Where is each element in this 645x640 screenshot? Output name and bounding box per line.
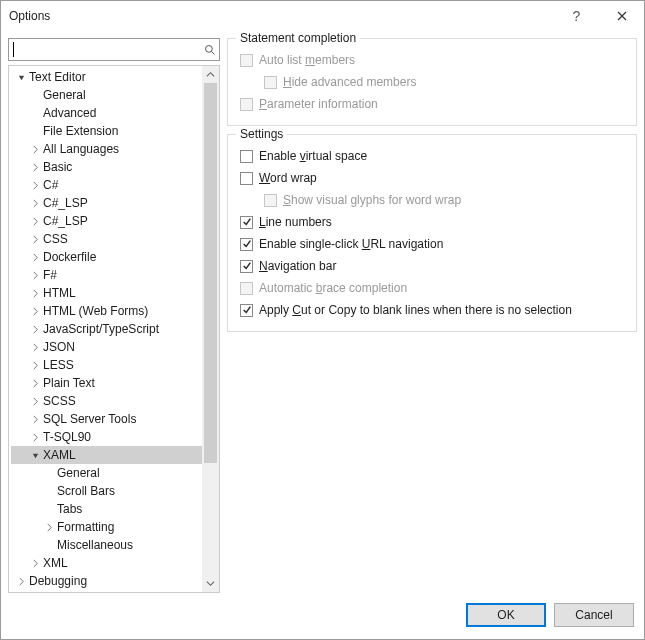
chevron-right-icon[interactable] [29, 359, 41, 371]
checkbox-row: Show visual glyphs for word wrap [240, 189, 624, 211]
tree-item[interactable]: LESS [11, 356, 202, 374]
checkbox [240, 54, 253, 67]
chevron-right-icon[interactable] [29, 197, 41, 209]
tree-item[interactable]: SCSS [11, 392, 202, 410]
close-button[interactable] [599, 1, 644, 31]
checkbox-row: Auto list members [240, 49, 624, 71]
tree-item[interactable]: XAML [11, 446, 202, 464]
scroll-down-button[interactable] [202, 575, 219, 592]
tree-item[interactable]: Scroll Bars [11, 482, 202, 500]
tree-item-label: Scroll Bars [57, 484, 115, 498]
chevron-right-icon[interactable] [15, 575, 27, 587]
tree-item-label: Basic [43, 160, 72, 174]
chevron-down-icon[interactable] [29, 449, 41, 461]
checkbox[interactable] [240, 216, 253, 229]
chevron-down-icon[interactable] [15, 71, 27, 83]
tree-item-label: Advanced [43, 106, 96, 120]
chevron-right-icon[interactable] [29, 179, 41, 191]
tree-item[interactable]: Tabs [11, 500, 202, 518]
chevron-right-icon[interactable] [29, 161, 41, 173]
chevron-right-icon[interactable] [29, 377, 41, 389]
tree-item[interactable]: File Extension [11, 122, 202, 140]
chevron-right-icon[interactable] [29, 269, 41, 281]
chevron-right-icon[interactable] [29, 395, 41, 407]
cancel-button[interactable]: Cancel [554, 603, 634, 627]
checkbox-row[interactable]: Enable virtual space [240, 145, 624, 167]
checkbox-row[interactable]: Enable single-click URL navigation [240, 233, 624, 255]
tree-item[interactable]: C#_LSP [11, 212, 202, 230]
tree-item[interactable]: Text Editor [11, 68, 202, 86]
tree-item[interactable]: Plain Text [11, 374, 202, 392]
checkbox [264, 76, 277, 89]
tree-item[interactable]: HTML (Web Forms) [11, 302, 202, 320]
tree-item[interactable]: All Languages [11, 140, 202, 158]
search-icon[interactable] [201, 44, 219, 56]
ok-button[interactable]: OK [466, 603, 546, 627]
scroll-up-button[interactable] [202, 66, 219, 83]
checkbox-row[interactable]: Word wrap [240, 167, 624, 189]
chevron-right-icon[interactable] [29, 143, 41, 155]
tree-item-label: Text Editor [29, 70, 86, 84]
tree-item[interactable]: General [11, 464, 202, 482]
checkbox-row[interactable]: Apply Cut or Copy to blank lines when th… [240, 299, 624, 321]
tree-item-label: C# [43, 178, 58, 192]
tree-item[interactable]: Dockerfile [11, 248, 202, 266]
chevron-right-icon[interactable] [29, 431, 41, 443]
group-settings: Settings Enable virtual spaceWord wrapSh… [227, 134, 637, 332]
titlebar: Options ? [1, 1, 644, 31]
chevron-right-icon[interactable] [29, 287, 41, 299]
tree-item[interactable]: F# [11, 266, 202, 284]
tree-item-label: SQL Server Tools [43, 412, 136, 426]
checkbox-label: Automatic brace completion [259, 281, 407, 295]
checkbox-label: Word wrap [259, 171, 317, 185]
chevron-right-icon[interactable] [29, 341, 41, 353]
scroll-thumb[interactable] [204, 83, 217, 463]
tree-item-label: LESS [43, 358, 74, 372]
chevron-right-icon[interactable] [43, 521, 55, 533]
checkbox-label: Show visual glyphs for word wrap [283, 193, 461, 207]
tree-item-label: HTML [43, 286, 76, 300]
search-input[interactable] [9, 39, 201, 60]
tree-item[interactable]: Miscellaneous [11, 536, 202, 554]
checkbox-row[interactable]: Line numbers [240, 211, 624, 233]
chevron-right-icon[interactable] [29, 323, 41, 335]
tree-item[interactable]: HTML [11, 284, 202, 302]
tree-item-label: XML [43, 556, 68, 570]
tree-item[interactable]: Advanced [11, 104, 202, 122]
group-statement-completion: Statement completion Auto list membersHi… [227, 38, 637, 126]
tree-item-label: C#_LSP [43, 196, 88, 210]
tree-item[interactable]: Formatting [11, 518, 202, 536]
checkbox-label: Parameter information [259, 97, 378, 111]
tree-item[interactable]: General [11, 86, 202, 104]
chevron-right-icon[interactable] [29, 557, 41, 569]
checkbox[interactable] [240, 238, 253, 251]
search-box[interactable] [8, 38, 220, 61]
help-button[interactable]: ? [554, 1, 599, 31]
tree-item[interactable]: CSS [11, 230, 202, 248]
tree-scrollbar[interactable] [202, 66, 219, 592]
checkbox[interactable] [240, 172, 253, 185]
chevron-right-icon[interactable] [29, 413, 41, 425]
chevron-right-icon[interactable] [29, 305, 41, 317]
tree-item[interactable]: SQL Server Tools [11, 410, 202, 428]
chevron-right-icon[interactable] [29, 251, 41, 263]
checkbox[interactable] [240, 150, 253, 163]
tree-item[interactable]: JSON [11, 338, 202, 356]
tree-item[interactable]: Basic [11, 158, 202, 176]
tree-item[interactable]: Performance Tools [11, 590, 202, 592]
tree-item-label: General [43, 88, 86, 102]
tree-item[interactable]: XML [11, 554, 202, 572]
tree-item[interactable]: C# [11, 176, 202, 194]
tree-item[interactable]: C#_LSP [11, 194, 202, 212]
tree-item[interactable]: JavaScript/TypeScript [11, 320, 202, 338]
chevron-right-icon[interactable] [29, 233, 41, 245]
checkbox[interactable] [240, 304, 253, 317]
chevron-right-icon[interactable] [29, 215, 41, 227]
tree-item-label: Formatting [57, 520, 114, 534]
checkbox-row[interactable]: Navigation bar [240, 255, 624, 277]
tree-item[interactable]: Debugging [11, 572, 202, 590]
tree-item[interactable]: T-SQL90 [11, 428, 202, 446]
checkbox[interactable] [240, 260, 253, 273]
expander-spacer [29, 125, 41, 137]
svg-line-1 [212, 51, 215, 54]
